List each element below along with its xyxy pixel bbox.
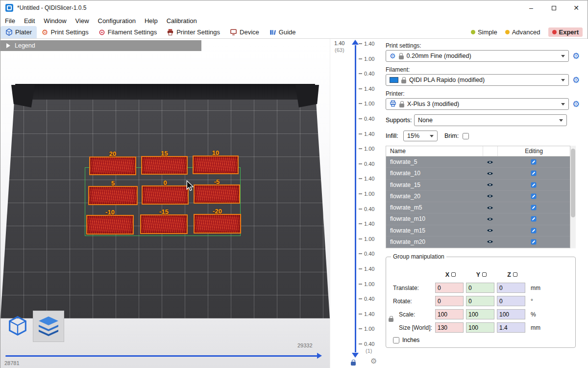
filament-gear-button[interactable]: ⚙ [572, 76, 580, 84]
scrollbar-thumb[interactable] [571, 149, 575, 217]
rotate-z-input[interactable] [497, 296, 525, 306]
edit-icon[interactable] [497, 216, 570, 222]
chevron-down-icon [559, 119, 563, 122]
infill-select[interactable]: 15% [403, 131, 438, 141]
edit-icon[interactable] [497, 193, 570, 199]
layer-tick: 1.40 [359, 266, 374, 272]
horizontal-move-slider[interactable] [5, 355, 318, 357]
brim-checkbox[interactable] [463, 133, 469, 139]
translate-x-input[interactable] [435, 283, 464, 293]
scale-x-input[interactable] [435, 309, 464, 319]
menu-edit[interactable]: Edit [20, 17, 39, 25]
scale-label: Scale: [389, 311, 435, 318]
size-x-input[interactable] [435, 322, 464, 333]
object-flowrate-label: -5 [195, 178, 239, 185]
object-list-scrollbar[interactable] [570, 146, 576, 248]
view-cube-button[interactable] [3, 312, 32, 340]
menu-file[interactable]: File [0, 17, 20, 25]
menu-window[interactable]: Window [39, 17, 71, 25]
mode-expert[interactable]: Expert [548, 27, 583, 37]
eye-icon[interactable] [483, 183, 497, 187]
tab-filament-settings[interactable]: Filament Settings [94, 26, 162, 38]
edit-icon[interactable] [497, 239, 570, 245]
uniform-scale-lock-icon[interactable] [389, 315, 393, 324]
printer-gear-button[interactable]: ⚙ [572, 100, 580, 108]
object-list-row[interactable]: flowrate_m20 [386, 237, 570, 248]
filament-color-swatch [390, 77, 398, 83]
print-settings-select[interactable]: ⚙ 0.20mm Fine (modified) [386, 50, 569, 62]
printer-select[interactable]: X-Plus 3 (modified) [386, 98, 569, 110]
edit-icon[interactable] [497, 228, 570, 234]
translate-y-input[interactable] [466, 283, 494, 293]
object-list-row[interactable]: flowrate_10 [386, 168, 570, 179]
object-list-row[interactable]: flowrate_m15 [386, 225, 570, 237]
object-list-row[interactable]: flowrate_m5 [386, 202, 570, 213]
scale-y-input[interactable] [466, 309, 494, 319]
menu-help[interactable]: Help [140, 17, 162, 25]
eye-icon[interactable] [483, 171, 497, 176]
print-object[interactable]: 20 [89, 157, 136, 175]
layer-tick: 1.40 [359, 86, 374, 92]
tab-plater[interactable]: Plater [0, 26, 37, 38]
eye-icon[interactable] [483, 206, 497, 210]
edit-icon[interactable] [497, 182, 570, 188]
object-list-row[interactable]: flowrate_20 [386, 191, 570, 202]
viewport-3d[interactable]: 20151050-5-10-15-20 Legend 29332 [0, 39, 330, 368]
layer-slider-top-handle[interactable] [352, 40, 359, 45]
inches-checkbox[interactable] [393, 337, 399, 343]
mode-advanced[interactable]: Advanced [505, 28, 540, 36]
print-object[interactable]: -5 [194, 184, 240, 204]
object-list-row[interactable]: flowrate_5 [386, 157, 570, 168]
print-object[interactable]: -10 [86, 215, 134, 235]
eye-icon[interactable] [483, 228, 497, 233]
object-list-row[interactable]: flowrate_15 [386, 180, 570, 191]
menu-view[interactable]: View [71, 17, 94, 25]
close-button[interactable]: ✕ [565, 0, 588, 15]
translate-z-input[interactable] [497, 283, 525, 293]
edit-icon[interactable] [497, 159, 570, 165]
print-object[interactable]: -20 [194, 214, 241, 234]
print-object[interactable]: 15 [141, 156, 188, 175]
print-settings-gear-button[interactable]: ⚙ [572, 52, 580, 60]
slider-lock-icon[interactable] [351, 359, 356, 368]
supports-select[interactable]: None [414, 114, 567, 126]
minimize-button[interactable]: – [520, 0, 542, 15]
menu-calibration[interactable]: Calibration [162, 17, 201, 25]
print-object[interactable]: 0 [142, 185, 189, 205]
maximize-button[interactable] [542, 0, 565, 15]
eye-icon[interactable] [483, 160, 497, 164]
layer-slider[interactable] [355, 45, 356, 352]
eye-icon[interactable] [483, 239, 497, 244]
axis-header-y: Y [476, 271, 487, 278]
axis-header-x: X [445, 271, 456, 278]
size-y-input[interactable] [466, 322, 494, 333]
eye-icon[interactable] [483, 217, 497, 221]
tab-guide[interactable]: Guide [264, 26, 301, 38]
slider-settings-icon[interactable]: ⚙ [370, 357, 377, 366]
tab-print-settings[interactable]: ⚙ Print Settings [37, 26, 94, 38]
scale-z-input[interactable] [497, 309, 525, 319]
object-list-row[interactable]: flowrate_m10 [386, 213, 570, 225]
print-object[interactable]: -15 [140, 214, 188, 234]
layer-slider-bottom-handle[interactable] [352, 353, 359, 358]
edit-icon[interactable] [497, 205, 570, 210]
horizontal-slider-arrow-icon[interactable] [317, 353, 322, 359]
print-object[interactable]: 5 [88, 186, 138, 205]
bed-corner-post [295, 85, 319, 107]
layer-tick: 1.00 [359, 146, 374, 152]
mode-simple[interactable]: Simple [471, 28, 497, 36]
legend-bar[interactable]: Legend [0, 40, 201, 51]
rotate-y-input[interactable] [466, 296, 494, 306]
eye-icon[interactable] [483, 194, 497, 198]
layer-tick: 1.00 [359, 281, 374, 287]
edit-icon[interactable] [497, 170, 570, 176]
tab-device[interactable]: Device [225, 26, 264, 38]
layers-view-button[interactable] [33, 311, 64, 342]
rotate-x-input[interactable] [435, 296, 464, 306]
filament-select[interactable]: QIDI PLA Rapido (modified) [386, 74, 569, 86]
print-object[interactable]: 10 [193, 156, 239, 174]
size-z-input[interactable] [497, 322, 525, 333]
menu-configuration[interactable]: Configuration [94, 17, 140, 25]
axis-header-z: Z [507, 271, 517, 278]
tab-printer-settings[interactable]: Printer Settings [162, 26, 225, 38]
